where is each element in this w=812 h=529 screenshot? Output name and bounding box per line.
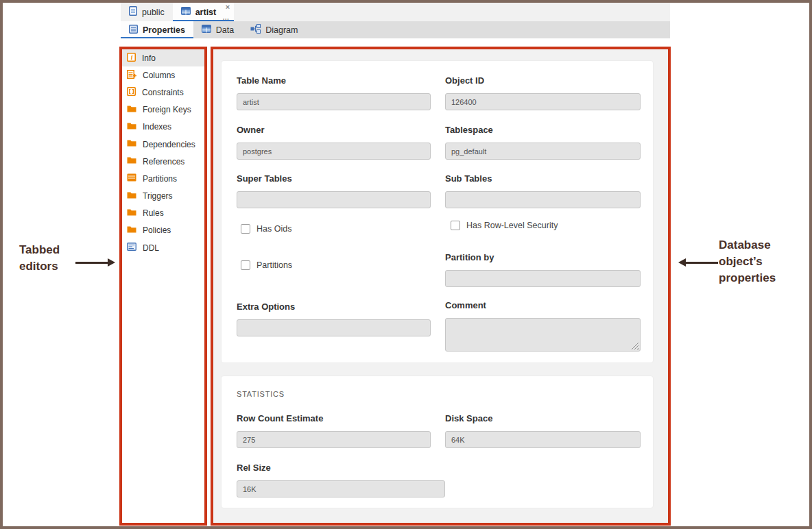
sidebar-item-dependencies[interactable]: Dependencies xyxy=(122,136,204,153)
columns-icon xyxy=(127,70,136,81)
sidebar-item-label: Constraints xyxy=(142,88,184,97)
sidebar-item-columns[interactable]: Columns xyxy=(122,66,204,84)
sidebar-item-triggers[interactable]: Triggers xyxy=(122,188,204,205)
comment-textarea[interactable] xyxy=(445,318,641,352)
object-properties-panel: Table Name Object ID Owner Tablespace Su… xyxy=(211,47,671,526)
info-icon: i xyxy=(127,53,136,64)
tab-public-label: public xyxy=(142,8,165,17)
object-editor-sidebar: i Info Columns xyxy=(119,47,207,526)
field-object-id: Object ID xyxy=(445,75,641,110)
sidebar-item-constraints[interactable]: Constraints xyxy=(122,84,204,101)
field-row-count: Row Count Estimate xyxy=(237,413,431,448)
tab-artist-label: artist xyxy=(195,8,217,17)
folder-icon xyxy=(127,191,136,201)
ddl-icon xyxy=(127,243,136,253)
tab-properties-label: Properties xyxy=(143,25,185,35)
field-rel-size: Rel Size xyxy=(237,463,445,497)
object-id-input[interactable] xyxy=(445,93,641,110)
field-label: Rel Size xyxy=(237,463,445,473)
field-label: Table Name xyxy=(237,75,431,86)
rel-size-input[interactable] xyxy=(237,480,445,497)
close-icon[interactable]: × xyxy=(226,3,230,11)
field-label: Comment xyxy=(445,300,641,311)
tab-data-label: Data xyxy=(216,25,234,35)
sub-tables-input[interactable] xyxy=(445,191,641,208)
document-icon xyxy=(129,6,137,18)
extra-options-input[interactable] xyxy=(237,319,431,336)
folder-icon xyxy=(127,105,136,115)
properties-icon xyxy=(129,25,138,36)
folder-icon xyxy=(127,156,136,167)
tab-diagram-label: Diagram xyxy=(265,25,298,35)
table-icon xyxy=(181,7,191,17)
annotation-tabbed-editors: Tabbed editors xyxy=(19,242,80,275)
sidebar-item-label: Foreign Keys xyxy=(143,105,191,114)
tab-artist[interactable]: artist × … xyxy=(173,3,235,21)
folder-icon xyxy=(127,225,136,236)
sidebar-item-label: Indexes xyxy=(143,122,171,132)
super-tables-input[interactable] xyxy=(237,191,431,208)
field-label: Object ID xyxy=(445,75,641,86)
tab-public[interactable]: public xyxy=(121,3,173,21)
sidebar-item-policies[interactable]: Policies xyxy=(122,222,204,239)
sidebar-item-rules[interactable]: Rules xyxy=(122,205,204,222)
disk-space-input[interactable] xyxy=(445,431,641,448)
diagram-icon xyxy=(250,24,261,36)
table-icon xyxy=(202,25,211,35)
folder-icon xyxy=(127,122,136,132)
sidebar-item-ddl[interactable]: DDL xyxy=(122,239,204,256)
sidebar-item-references[interactable]: References xyxy=(122,153,204,170)
sidebar-item-label: Info xyxy=(142,53,156,63)
has-oids-checkbox[interactable] xyxy=(241,224,250,234)
field-sub-tables: Sub Tables xyxy=(445,173,641,208)
field-label: Partition by xyxy=(445,252,641,263)
sidebar-item-label: Columns xyxy=(143,71,175,80)
right-arrow-icon xyxy=(75,258,115,267)
field-label: Owner xyxy=(237,125,431,136)
sidebar-item-label: Policies xyxy=(143,225,171,235)
sidebar-item-label: Triggers xyxy=(143,191,173,201)
has-rls-option: Has Row-Level Security xyxy=(451,221,558,230)
partitions-option: Partitions xyxy=(241,260,292,270)
tab-properties[interactable]: Properties xyxy=(121,21,193,38)
row-count-input[interactable] xyxy=(237,431,431,448)
tab-diagram[interactable]: Diagram xyxy=(242,21,306,38)
sidebar-item-info[interactable]: i Info xyxy=(122,49,204,66)
info-form-card: Table Name Object ID Owner Tablespace Su… xyxy=(221,60,654,363)
sidebar-item-label: DDL xyxy=(143,243,159,253)
field-label: Row Count Estimate xyxy=(237,413,431,424)
checkbox-label: Has Oids xyxy=(256,224,291,234)
left-arrow-icon xyxy=(678,258,718,267)
field-comment: Comment xyxy=(445,300,641,352)
field-tablespace: Tablespace xyxy=(445,125,641,160)
field-label: Disk Space xyxy=(445,413,641,424)
screenshot-canvas: public artist × … xyxy=(0,0,812,529)
table-name-input[interactable] xyxy=(237,93,431,110)
has-row-level-security-checkbox[interactable] xyxy=(451,221,460,230)
tab-data[interactable]: Data xyxy=(193,21,242,38)
field-label: Extra Options xyxy=(237,302,431,312)
field-label: Super Tables xyxy=(237,173,431,184)
sidebar-item-label: References xyxy=(143,157,184,167)
sidebar-item-label: Rules xyxy=(143,208,164,218)
sidebar-item-partitions[interactable]: Partitions xyxy=(122,170,204,187)
checkbox-label: Partitions xyxy=(256,260,292,270)
partition-by-input[interactable] xyxy=(445,270,641,287)
constraints-icon xyxy=(127,87,136,98)
more-icon[interactable]: … xyxy=(222,15,230,21)
has-oids-option: Has Oids xyxy=(241,224,291,234)
field-label: Sub Tables xyxy=(445,173,641,184)
sidebar-item-indexes[interactable]: Indexes xyxy=(122,119,204,136)
sidebar-item-foreign-keys[interactable]: Foreign Keys xyxy=(122,101,204,119)
tablespace-input[interactable] xyxy=(445,143,641,160)
field-disk-space: Disk Space xyxy=(445,413,641,448)
statistics-heading: STATISTICS xyxy=(237,390,285,398)
owner-input[interactable] xyxy=(237,143,431,160)
view-tab-bar: Properties Data xyxy=(121,21,670,38)
field-owner: Owner xyxy=(237,125,431,160)
statistics-card: STATISTICS Row Count Estimate Disk Space… xyxy=(221,376,654,508)
field-partition-by: Partition by xyxy=(445,252,641,287)
partitions-checkbox[interactable] xyxy=(241,260,250,270)
field-extra-options: Extra Options xyxy=(237,302,431,336)
partitions-icon xyxy=(127,173,136,184)
